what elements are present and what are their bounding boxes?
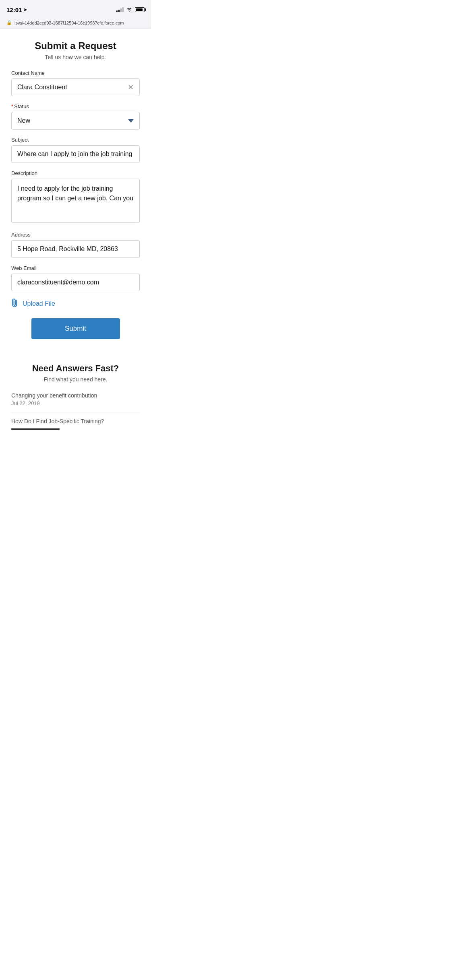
lock-icon: 🔒 (6, 20, 12, 25)
web-email-input[interactable] (11, 274, 140, 291)
article-item-2[interactable]: How Do I Find Job-Specific Training? (11, 418, 140, 433)
description-input[interactable] (11, 179, 140, 223)
main-content: Submit a Request Tell us how we can help… (0, 29, 151, 363)
status-select[interactable]: New (11, 112, 140, 130)
clear-icon[interactable]: ✕ (128, 84, 134, 91)
page-title: Submit a Request (11, 40, 140, 51)
submit-button[interactable]: Submit (31, 318, 120, 339)
subject-input[interactable] (11, 145, 140, 163)
contact-name-group: Contact Name Clara Constituent ✕ (11, 70, 140, 96)
contact-name-input-wrapper[interactable]: Clara Constituent ✕ (11, 78, 140, 96)
status-icons (116, 6, 145, 13)
address-label: Address (11, 232, 140, 238)
article-item-1[interactable]: Changing your benefit contribution Jul 2… (11, 392, 140, 412)
description-group: Description (11, 170, 140, 224)
subject-group: Subject (11, 137, 140, 163)
status-time: 12:01 ➤ (6, 6, 27, 13)
page-subtitle: Tell us how we can help. (11, 54, 140, 60)
description-label: Description (11, 170, 140, 176)
paperclip-icon (9, 297, 22, 310)
submit-btn-wrapper: Submit (11, 318, 140, 339)
status-label: * Status (11, 103, 140, 109)
chevron-down-icon (128, 119, 134, 123)
answers-subtitle: Find what you need here. (11, 376, 140, 383)
battery-icon (135, 7, 145, 12)
web-email-group: Web Email (11, 265, 140, 291)
address-group: Address (11, 232, 140, 258)
article-date-1: Jul 22, 2019 (11, 400, 140, 406)
answers-section: Need Answers Fast? Find what you need he… (0, 363, 151, 441)
navigation-icon: ➤ (23, 7, 27, 12)
time-display: 12:01 (6, 6, 22, 13)
address-input[interactable] (11, 240, 140, 258)
answers-title: Need Answers Fast? (11, 363, 140, 374)
status-bar: 12:01 ➤ (0, 0, 151, 18)
contact-name-value: Clara Constituent (17, 84, 67, 91)
article-title-1: Changing your benefit contribution (11, 392, 140, 399)
web-email-label: Web Email (11, 265, 140, 271)
subject-label: Subject (11, 137, 140, 143)
signal-icon (116, 7, 124, 12)
upload-label: Upload File (23, 300, 55, 307)
contact-name-label: Contact Name (11, 70, 140, 76)
wifi-icon (126, 6, 132, 13)
article-title-2: How Do I Find Job-Specific Training? (11, 418, 140, 431)
status-group: * Status New (11, 103, 140, 130)
status-value: New (17, 117, 30, 124)
underline-bar (11, 428, 60, 430)
upload-file-link[interactable]: Upload File (11, 299, 140, 309)
url-text: isvsi-14ddd2ecd93-1687f12594-16c19987cfe… (14, 21, 124, 25)
url-bar: 🔒 isvsi-14ddd2ecd93-1687f12594-16c19987c… (0, 18, 151, 29)
